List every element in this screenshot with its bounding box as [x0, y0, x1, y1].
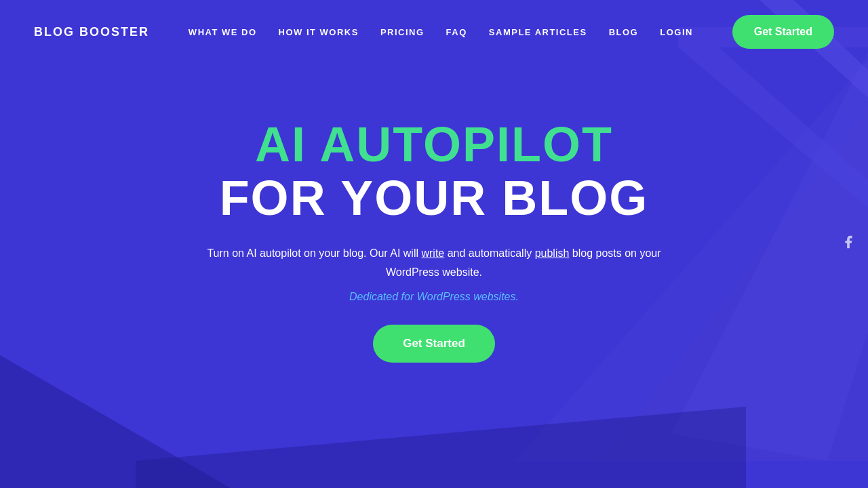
brand-logo[interactable]: BLOG BOOSTER [34, 25, 149, 39]
nav-links: WHAT WE DO HOW IT WORKS PRICING FAQ SAMP… [189, 26, 693, 38]
hero-subtext: Turn on AI autopilot on your blog. Our A… [197, 244, 671, 281]
hero-publish-link[interactable]: publish [535, 247, 570, 259]
hero-get-started-button[interactable]: Get Started [373, 325, 495, 363]
hero-section: AI AUTOPILOT FOR YOUR BLOG Turn on AI au… [0, 64, 868, 363]
nav-faq[interactable]: FAQ [446, 27, 467, 37]
nav-what-we-do[interactable]: WHAT WE DO [189, 27, 257, 37]
nav-how-it-works[interactable]: HOW IT WORKS [279, 27, 359, 37]
facebook-social-icon[interactable] [841, 235, 856, 253]
hero-heading: AI AUTOPILOT FOR YOUR BLOG [220, 118, 649, 225]
hero-heading-line2: FOR YOUR BLOG [220, 171, 649, 225]
background-bottom-shadow [136, 352, 746, 488]
nav-login[interactable]: LOGIN [660, 27, 693, 37]
hero-dedicated-text: Dedicated for WordPress websites. [349, 291, 519, 303]
nav-sample-articles[interactable]: SAMPLE ARTICLES [489, 27, 587, 37]
hero-write-link[interactable]: write [421, 247, 444, 259]
navbar: BLOG BOOSTER WHAT WE DO HOW IT WORKS PRI… [0, 0, 868, 64]
hero-subtext-before-write: Turn on AI autopilot on your blog. Our A… [207, 247, 421, 259]
nav-pricing[interactable]: PRICING [380, 27, 425, 37]
nav-blog[interactable]: BLOG [609, 27, 639, 37]
hero-subtext-between: and automatically [444, 247, 534, 259]
nav-get-started-button[interactable]: Get Started [732, 15, 834, 49]
hero-heading-line1: AI AUTOPILOT [255, 117, 613, 171]
